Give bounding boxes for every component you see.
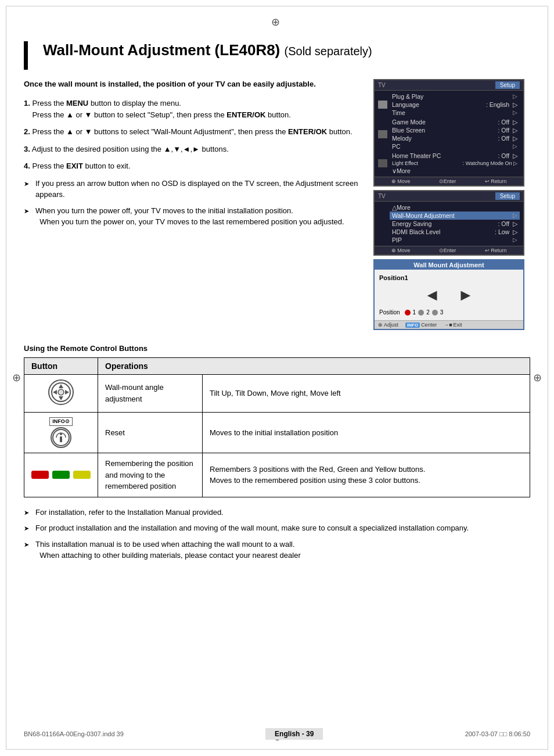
footer-filename: BN68-01166A-00Eng-0307.indd 39 <box>24 730 124 737</box>
page-title: Wall-Mount Adjustment (LE40R8) (Sold sep… <box>43 41 372 59</box>
bottom-note-1: For installation, refer to the Installat… <box>24 507 530 518</box>
tv-menu-pc: PC▷ <box>390 142 520 151</box>
table-cell-button-3 <box>24 453 98 497</box>
top-crosshair <box>271 16 283 27</box>
tv-menu-bluescreen: Blue Screen: Off ▷ <box>390 126 520 134</box>
info-icon <box>51 427 71 448</box>
footer-date: 2007-03-07 □□ 8:06:50 <box>465 730 530 737</box>
wm-dot-2 <box>432 310 438 316</box>
content-layout: Once the wall mount is installed, the po… <box>24 79 530 330</box>
color-buttons <box>31 471 91 479</box>
tv-menu-lighteffect: Light Effect: Watchung Mode On ▷ <box>390 160 520 167</box>
info-text: INFO⊙ <box>49 417 73 427</box>
svg-rect-8 <box>60 436 62 442</box>
red-button <box>31 471 49 479</box>
footer-bar: BN68-01166A-00Eng-0307.indd 39 English -… <box>6 728 548 740</box>
table-row-2: INFO⊙ <box>24 412 530 453</box>
table-row-3: Remembering the position and moving to t… <box>24 453 530 497</box>
note-2: When you turn the power off, your TV mov… <box>24 205 362 228</box>
table-cell-op-label-1: Wall-mount angle adjustment <box>98 375 203 413</box>
wm-arrows: ◄ ► <box>379 286 519 304</box>
remote-section: Using the Remote Control Buttons Button … <box>24 344 530 497</box>
step-3: 3. Adjust to the desired position using … <box>24 144 362 155</box>
wm-dot-red <box>405 310 411 316</box>
table-row-1: Wall-mount angle adjustment Tilt Up, Til… <box>24 375 530 413</box>
wm-position-label: Position1 <box>379 274 519 281</box>
svg-marker-3 <box>53 390 57 395</box>
table-cell-op-detail-1: Tilt Up, Tilt Down, Move right, Move lef… <box>203 375 530 413</box>
right-crosshair <box>533 371 542 384</box>
wm-footer: ⊕ Adjust INFO Center →■ Exit <box>375 320 523 329</box>
wm-dots-row: Position 1 2 3 <box>379 309 519 316</box>
intro-text: Once the wall mount is installed, the po… <box>24 79 362 89</box>
table-header-operations: Operations <box>98 358 530 375</box>
table-cell-op-label-2: Reset <box>98 412 203 453</box>
wm-right-arrow: ► <box>458 286 474 304</box>
wm-header: Wall Mount Adjustment <box>375 260 523 270</box>
note-1: If you press an arrow button when no OSD… <box>24 178 362 200</box>
circular-arrows-icon <box>48 379 74 405</box>
svg-point-5 <box>58 389 64 395</box>
table-cell-op-detail-2: Moves to the initial installation positi… <box>203 412 530 453</box>
wm-left-arrow: ◄ <box>424 286 440 304</box>
bottom-notes: For installation, refer to the Installat… <box>24 507 530 561</box>
footer-page: English - 39 <box>265 728 323 740</box>
wm-footer-info: INFO Center <box>405 322 437 328</box>
info-badge: INFO <box>405 323 420 328</box>
yellow-button <box>73 471 91 479</box>
title-sub: (Sold separately) <box>285 45 372 58</box>
svg-marker-4 <box>65 390 69 395</box>
title-main: Wall-Mount Adjustment (LE40R8) <box>43 41 280 59</box>
tv-screen-2: TV Setup △More Wall-Mount Adjustment▷ <box>373 190 524 256</box>
table-header-button: Button <box>24 358 98 375</box>
tv-menu-wallmount: Wall-Mount Adjustment▷ <box>390 212 520 220</box>
tv-screen-1: TV Setup Plug & Play▷ L <box>373 79 524 187</box>
wall-mount-screen: Wall Mount Adjustment Position1 ◄ ► Posi… <box>373 259 524 330</box>
table-cell-button-2: INFO⊙ <box>24 412 98 453</box>
tv-screen1-footer: ⊕ Move ⊙Enter ↩ Return <box>375 177 523 185</box>
step-1: 1. Press the MENU button to display the … <box>24 98 362 120</box>
table-cell-op-label-3: Remembering the position and moving to t… <box>98 453 203 497</box>
tv-screen1-body: Plug & Play▷ Language: English ▷ Time▷ <box>375 91 523 177</box>
left-column: Once the wall mount is installed, the po… <box>24 79 362 330</box>
tv-menu-more2: △More <box>390 203 520 212</box>
tv-menu-hdmi: HDMI Black Level: Low ▷ <box>390 228 520 236</box>
step-2: 2. Press the ▲ or ▼ buttons to select "W… <box>24 126 362 138</box>
tv-screen1-header: TV Setup <box>375 80 523 91</box>
green-button <box>52 471 70 479</box>
tv-menu-energysaving: Energy Saving: Off ▷ <box>390 220 520 228</box>
table-cell-button-1 <box>24 375 98 413</box>
remote-section-title: Using the Remote Control Buttons <box>24 344 530 353</box>
remote-control-table: Button Operations <box>24 357 530 497</box>
tv-menu-pip: PIP▷ <box>390 236 520 244</box>
page-border: Wall-Mount Adjustment (LE40R8) (Sold sep… <box>6 6 548 750</box>
tv-menu-more1: ∨More <box>390 167 520 175</box>
tv-menu-plug: Plug & Play▷ <box>390 92 520 101</box>
tv-menu-gamemode: Game Mode: Off ▷ <box>390 118 520 126</box>
table-cell-op-detail-3: Remembers 3 positions with the Red, Gree… <box>203 453 530 497</box>
step-4: 4. Press the EXIT button to exit. <box>24 160 362 172</box>
tv-screen2-body: △More Wall-Mount Adjustment▷ Energy Savi… <box>375 202 523 246</box>
bottom-note-3: This installation manual is to be used w… <box>24 539 530 561</box>
wm-footer-exit: →■ Exit <box>444 322 462 328</box>
left-crosshair <box>12 371 21 384</box>
tv-screen2-header: TV Setup <box>375 191 523 202</box>
svg-marker-1 <box>59 384 63 388</box>
right-column: TV Setup Plug & Play▷ L <box>373 79 530 330</box>
tv-menu-language: Language: English ▷ <box>390 101 520 109</box>
tv-menu-hometheater: Home Theater PC: Off ▷ <box>390 152 520 160</box>
svg-marker-2 <box>59 396 63 400</box>
wm-dot-1 <box>418 310 424 316</box>
wm-footer-adjust: ⊕ Adjust <box>378 322 398 328</box>
tv-menu-melody: Melody: Off ▷ <box>390 134 520 142</box>
tv-menu-time: Time▷ <box>390 109 520 117</box>
main-content: Wall-Mount Adjustment (LE40R8) (Sold sep… <box>6 6 548 583</box>
wm-body: Position1 ◄ ► Position 1 2 3 <box>375 270 523 320</box>
tv-screen2-footer: ⊕ Move ⊙Enter ↩ Return <box>375 246 523 255</box>
bottom-note-2: For product installation and the install… <box>24 522 530 534</box>
